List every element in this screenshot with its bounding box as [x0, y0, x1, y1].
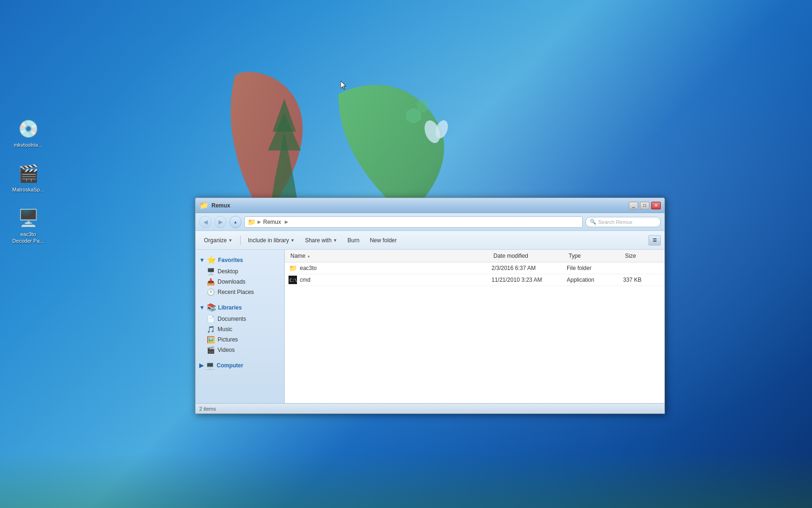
- new-folder-button[interactable]: New folder: [365, 233, 401, 247]
- column-header-name[interactable]: Name ▲: [289, 252, 492, 260]
- eac3to-icon: 🖥️: [17, 207, 39, 230]
- forward-button[interactable]: ▶: [214, 216, 226, 228]
- mkvtoolnix-label: mkvtoolnix...: [14, 142, 42, 148]
- include-in-library-button[interactable]: Include in library ▼: [243, 233, 299, 247]
- libraries-icon: 📚: [207, 303, 216, 312]
- mkvtoolnix-icon: 💿: [17, 118, 39, 140]
- up-button[interactable]: ▲: [229, 216, 242, 228]
- pictures-sidebar-icon: 🖼️: [207, 336, 215, 343]
- music-sidebar-label: Music: [218, 326, 232, 333]
- column-header-date-modified[interactable]: Date modified: [492, 252, 567, 260]
- back-button[interactable]: ◀: [199, 216, 211, 228]
- file-name-cmd: C:\ cmd: [289, 276, 492, 284]
- column-header-type[interactable]: Type: [567, 252, 623, 260]
- search-icon: 🔍: [590, 219, 596, 225]
- downloads-sidebar-icon: 📥: [207, 278, 215, 286]
- favorites-label: Favorites: [218, 257, 243, 263]
- libraries-section-header[interactable]: ▼ 📚 Libraries: [195, 301, 284, 314]
- toolbar-separator-1: [240, 236, 241, 245]
- name-column-label: Name: [290, 253, 305, 259]
- svg-marker-2: [406, 108, 421, 123]
- maximize-button[interactable]: □: [640, 202, 649, 209]
- recent-places-sidebar-label: Recent Places: [218, 289, 254, 295]
- desktop-icon-mkvtoolnix[interactable]: 💿 mkvtoolnix...: [9, 118, 47, 148]
- computer-icon: 💻: [205, 361, 215, 370]
- new-folder-label: New folder: [370, 237, 397, 244]
- column-headers: Name ▲ Date modified Type Size: [285, 250, 664, 262]
- svg-point-1: [433, 119, 450, 140]
- sidebar-item-desktop[interactable]: 🖥️ Desktop: [195, 266, 284, 277]
- downloads-sidebar-label: Downloads: [218, 278, 245, 285]
- file-list: Name ▲ Date modified Type Size 📁 eac3to: [285, 250, 664, 403]
- cmd-file-type: Application: [567, 277, 623, 283]
- sidebar-item-recent-places[interactable]: 🕐 Recent Places: [195, 287, 284, 297]
- table-row[interactable]: C:\ cmd 11/21/2010 3:23 AM Application 3…: [285, 274, 664, 286]
- address-path: Remux: [263, 219, 281, 225]
- computer-expand-icon: ▶: [199, 362, 203, 369]
- sidebar: ▼ ⭐ Favorites 🖥️ Desktop 📥 Downloads 🕐 R…: [195, 250, 285, 403]
- address-separator: ▶: [258, 219, 261, 224]
- burn-button[interactable]: Burn: [343, 233, 364, 247]
- cmd-file-icon: C:\: [289, 276, 297, 284]
- computer-label: Computer: [217, 362, 243, 369]
- file-name-eac3to: 📁 eac3to: [289, 264, 492, 272]
- search-box[interactable]: 🔍 Search Remux: [586, 217, 661, 227]
- desktop-icon-matroskasp[interactable]: 🎬 MatroskaSp...: [9, 162, 47, 193]
- size-column-label: Size: [625, 253, 636, 259]
- navigation-bar: ◀ ▶ ▲ 📁 ▶ Remux ▶ 🔍 Search Remux: [195, 213, 664, 231]
- eac3to-date-modified: 2/3/2016 6:37 AM: [492, 265, 567, 271]
- burn-label: Burn: [348, 237, 359, 244]
- sidebar-item-documents[interactable]: 📄 Documents: [195, 314, 284, 324]
- eac3to-file-icon: 📁: [289, 264, 297, 272]
- toolbar: Organize ▼ Include in library ▼ Share wi…: [195, 231, 664, 250]
- sidebar-item-pictures[interactable]: 🖼️ Pictures: [195, 334, 284, 345]
- libraries-expand-icon: ▼: [199, 304, 205, 311]
- music-sidebar-icon: 🎵: [207, 325, 215, 333]
- eac3to-file-type: File folder: [567, 265, 623, 271]
- cmd-file-label: cmd: [300, 277, 311, 283]
- close-button[interactable]: ✕: [651, 202, 661, 209]
- documents-sidebar-label: Documents: [218, 316, 246, 322]
- column-header-size[interactable]: Size: [623, 252, 661, 260]
- address-bar[interactable]: 📁 ▶ Remux ▶: [244, 216, 583, 228]
- title-text: Remux: [211, 202, 230, 209]
- address-folder-icon: 📁: [248, 218, 256, 226]
- svg-marker-3: [417, 99, 429, 112]
- status-bar: 2 items: [195, 403, 664, 413]
- minimize-button[interactable]: _: [629, 202, 638, 209]
- libraries-label: Libraries: [218, 304, 242, 311]
- desktop-icon-eac3to[interactable]: 🖥️ eac3to Decoder Pa...: [9, 207, 47, 244]
- cmd-size: 337 KB: [623, 277, 661, 283]
- ground-decoration: [0, 452, 812, 508]
- name-sort-arrow: ▲: [307, 254, 311, 258]
- date-modified-column-label: Date modified: [493, 253, 528, 259]
- address-arrow: ▶: [285, 219, 289, 224]
- eac3to-file-label: eac3to: [300, 265, 317, 271]
- main-content: ▼ ⭐ Favorites 🖥️ Desktop 📥 Downloads 🕐 R…: [195, 250, 664, 403]
- sidebar-item-music[interactable]: 🎵 Music: [195, 324, 284, 334]
- desktop-sidebar-label: Desktop: [218, 268, 238, 275]
- status-text: 2 items: [199, 406, 216, 412]
- title-bar: 📁 Remux _ □ ✕: [195, 198, 664, 213]
- favorites-expand-icon: ▼: [199, 257, 205, 263]
- favorites-icon: ⭐: [207, 255, 216, 264]
- favorites-section-header[interactable]: ▼ ⭐ Favorites: [195, 254, 284, 266]
- table-row[interactable]: 📁 eac3to 2/3/2016 6:37 AM File folder: [285, 262, 664, 274]
- svg-point-0: [422, 118, 443, 145]
- videos-sidebar-icon: 🎬: [207, 346, 215, 354]
- desktop-sidebar-icon: 🖥️: [207, 268, 215, 275]
- sidebar-item-downloads[interactable]: 📥 Downloads: [195, 277, 284, 287]
- svg-text:C:\: C:\: [289, 278, 297, 283]
- share-with-button[interactable]: Share with ▼: [300, 233, 342, 247]
- view-toggle[interactable]: ☰: [648, 235, 661, 246]
- organize-button[interactable]: Organize ▼: [199, 233, 237, 247]
- explorer-window: 📁 Remux _ □ ✕ ◀ ▶ ▲ 📁 ▶ Remux ▶ 🔍 Search…: [195, 198, 665, 414]
- videos-sidebar-label: Videos: [218, 347, 234, 353]
- mouse-cursor: [341, 81, 348, 90]
- type-column-label: Type: [569, 253, 581, 259]
- computer-section-header[interactable]: ▶ 💻 Computer: [195, 359, 284, 372]
- sidebar-item-videos[interactable]: 🎬 Videos: [195, 345, 284, 355]
- title-folder-icon: 📁: [199, 201, 209, 210]
- include-in-library-label: Include in library: [248, 237, 289, 244]
- recent-places-sidebar-icon: 🕐: [207, 288, 215, 296]
